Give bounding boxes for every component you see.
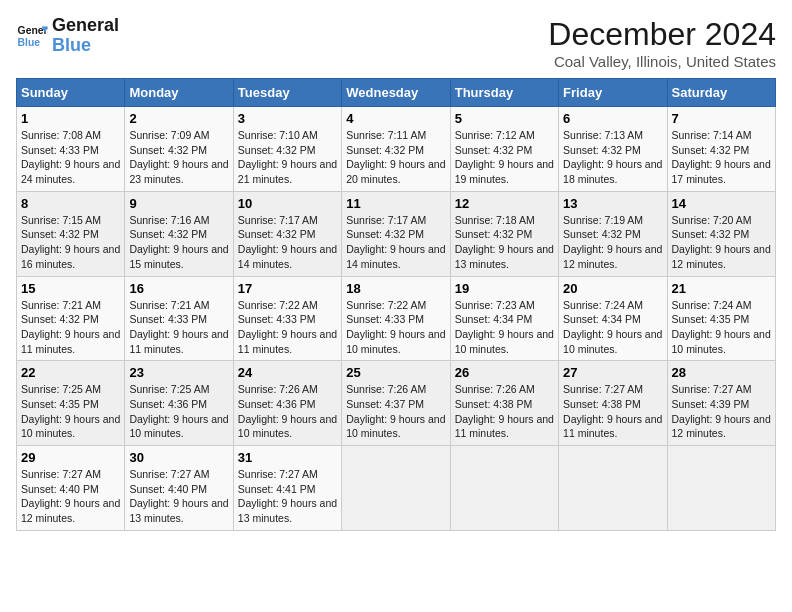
day-number: 6	[563, 111, 662, 126]
day-info: Sunrise: 7:25 AMSunset: 4:36 PMDaylight:…	[129, 382, 228, 441]
day-number: 19	[455, 281, 554, 296]
week-row-2: 8Sunrise: 7:15 AMSunset: 4:32 PMDaylight…	[17, 191, 776, 276]
day-cell: 1Sunrise: 7:08 AMSunset: 4:33 PMDaylight…	[17, 107, 125, 192]
day-info: Sunrise: 7:19 AMSunset: 4:32 PMDaylight:…	[563, 213, 662, 272]
day-number: 26	[455, 365, 554, 380]
day-info: Sunrise: 7:17 AMSunset: 4:32 PMDaylight:…	[238, 213, 337, 272]
logo: General Blue General Blue	[16, 16, 119, 56]
day-info: Sunrise: 7:25 AMSunset: 4:35 PMDaylight:…	[21, 382, 120, 441]
day-info: Sunrise: 7:24 AMSunset: 4:34 PMDaylight:…	[563, 298, 662, 357]
day-number: 10	[238, 196, 337, 211]
day-cell	[450, 446, 558, 531]
day-number: 15	[21, 281, 120, 296]
day-number: 12	[455, 196, 554, 211]
day-info: Sunrise: 7:08 AMSunset: 4:33 PMDaylight:…	[21, 128, 120, 187]
day-info: Sunrise: 7:16 AMSunset: 4:32 PMDaylight:…	[129, 213, 228, 272]
day-info: Sunrise: 7:14 AMSunset: 4:32 PMDaylight:…	[672, 128, 771, 187]
day-number: 13	[563, 196, 662, 211]
header-cell-thursday: Thursday	[450, 79, 558, 107]
day-info: Sunrise: 7:27 AMSunset: 4:40 PMDaylight:…	[21, 467, 120, 526]
day-number: 27	[563, 365, 662, 380]
calendar-subtitle: Coal Valley, Illinois, United States	[548, 53, 776, 70]
logo-text: General Blue	[52, 16, 119, 56]
day-cell: 16Sunrise: 7:21 AMSunset: 4:33 PMDayligh…	[125, 276, 233, 361]
header: General Blue General Blue December 2024 …	[16, 16, 776, 70]
header-cell-monday: Monday	[125, 79, 233, 107]
day-info: Sunrise: 7:24 AMSunset: 4:35 PMDaylight:…	[672, 298, 771, 357]
day-number: 7	[672, 111, 771, 126]
day-number: 22	[21, 365, 120, 380]
day-cell: 11Sunrise: 7:17 AMSunset: 4:32 PMDayligh…	[342, 191, 450, 276]
day-number: 4	[346, 111, 445, 126]
day-cell: 13Sunrise: 7:19 AMSunset: 4:32 PMDayligh…	[559, 191, 667, 276]
day-number: 14	[672, 196, 771, 211]
day-cell: 18Sunrise: 7:22 AMSunset: 4:33 PMDayligh…	[342, 276, 450, 361]
day-cell: 3Sunrise: 7:10 AMSunset: 4:32 PMDaylight…	[233, 107, 341, 192]
day-info: Sunrise: 7:21 AMSunset: 4:32 PMDaylight:…	[21, 298, 120, 357]
day-info: Sunrise: 7:12 AMSunset: 4:32 PMDaylight:…	[455, 128, 554, 187]
day-cell	[342, 446, 450, 531]
day-cell: 12Sunrise: 7:18 AMSunset: 4:32 PMDayligh…	[450, 191, 558, 276]
day-number: 25	[346, 365, 445, 380]
day-info: Sunrise: 7:27 AMSunset: 4:41 PMDaylight:…	[238, 467, 337, 526]
header-cell-tuesday: Tuesday	[233, 79, 341, 107]
day-info: Sunrise: 7:22 AMSunset: 4:33 PMDaylight:…	[346, 298, 445, 357]
day-info: Sunrise: 7:13 AMSunset: 4:32 PMDaylight:…	[563, 128, 662, 187]
day-cell: 9Sunrise: 7:16 AMSunset: 4:32 PMDaylight…	[125, 191, 233, 276]
day-info: Sunrise: 7:26 AMSunset: 4:36 PMDaylight:…	[238, 382, 337, 441]
day-info: Sunrise: 7:20 AMSunset: 4:32 PMDaylight:…	[672, 213, 771, 272]
day-number: 20	[563, 281, 662, 296]
day-number: 28	[672, 365, 771, 380]
day-cell: 23Sunrise: 7:25 AMSunset: 4:36 PMDayligh…	[125, 361, 233, 446]
week-row-3: 15Sunrise: 7:21 AMSunset: 4:32 PMDayligh…	[17, 276, 776, 361]
day-number: 21	[672, 281, 771, 296]
day-cell: 10Sunrise: 7:17 AMSunset: 4:32 PMDayligh…	[233, 191, 341, 276]
day-cell: 24Sunrise: 7:26 AMSunset: 4:36 PMDayligh…	[233, 361, 341, 446]
day-cell: 30Sunrise: 7:27 AMSunset: 4:40 PMDayligh…	[125, 446, 233, 531]
title-area: December 2024 Coal Valley, Illinois, Uni…	[548, 16, 776, 70]
day-number: 5	[455, 111, 554, 126]
header-cell-sunday: Sunday	[17, 79, 125, 107]
day-number: 30	[129, 450, 228, 465]
week-row-5: 29Sunrise: 7:27 AMSunset: 4:40 PMDayligh…	[17, 446, 776, 531]
day-info: Sunrise: 7:18 AMSunset: 4:32 PMDaylight:…	[455, 213, 554, 272]
day-cell: 31Sunrise: 7:27 AMSunset: 4:41 PMDayligh…	[233, 446, 341, 531]
day-info: Sunrise: 7:27 AMSunset: 4:38 PMDaylight:…	[563, 382, 662, 441]
day-cell	[559, 446, 667, 531]
day-cell: 6Sunrise: 7:13 AMSunset: 4:32 PMDaylight…	[559, 107, 667, 192]
day-cell: 26Sunrise: 7:26 AMSunset: 4:38 PMDayligh…	[450, 361, 558, 446]
svg-text:Blue: Blue	[18, 36, 41, 47]
header-cell-friday: Friday	[559, 79, 667, 107]
day-number: 29	[21, 450, 120, 465]
day-number: 16	[129, 281, 228, 296]
day-cell: 8Sunrise: 7:15 AMSunset: 4:32 PMDaylight…	[17, 191, 125, 276]
day-cell: 5Sunrise: 7:12 AMSunset: 4:32 PMDaylight…	[450, 107, 558, 192]
calendar-title: December 2024	[548, 16, 776, 53]
day-number: 8	[21, 196, 120, 211]
day-cell: 21Sunrise: 7:24 AMSunset: 4:35 PMDayligh…	[667, 276, 775, 361]
day-cell: 28Sunrise: 7:27 AMSunset: 4:39 PMDayligh…	[667, 361, 775, 446]
day-info: Sunrise: 7:11 AMSunset: 4:32 PMDaylight:…	[346, 128, 445, 187]
day-info: Sunrise: 7:26 AMSunset: 4:38 PMDaylight:…	[455, 382, 554, 441]
day-cell: 27Sunrise: 7:27 AMSunset: 4:38 PMDayligh…	[559, 361, 667, 446]
day-cell: 20Sunrise: 7:24 AMSunset: 4:34 PMDayligh…	[559, 276, 667, 361]
day-cell: 19Sunrise: 7:23 AMSunset: 4:34 PMDayligh…	[450, 276, 558, 361]
day-number: 24	[238, 365, 337, 380]
day-info: Sunrise: 7:22 AMSunset: 4:33 PMDaylight:…	[238, 298, 337, 357]
week-row-1: 1Sunrise: 7:08 AMSunset: 4:33 PMDaylight…	[17, 107, 776, 192]
day-cell: 25Sunrise: 7:26 AMSunset: 4:37 PMDayligh…	[342, 361, 450, 446]
day-number: 18	[346, 281, 445, 296]
day-info: Sunrise: 7:27 AMSunset: 4:40 PMDaylight:…	[129, 467, 228, 526]
calendar-table: SundayMondayTuesdayWednesdayThursdayFrid…	[16, 78, 776, 531]
day-cell	[667, 446, 775, 531]
day-info: Sunrise: 7:10 AMSunset: 4:32 PMDaylight:…	[238, 128, 337, 187]
day-number: 9	[129, 196, 228, 211]
header-row: SundayMondayTuesdayWednesdayThursdayFrid…	[17, 79, 776, 107]
day-number: 2	[129, 111, 228, 126]
day-info: Sunrise: 7:21 AMSunset: 4:33 PMDaylight:…	[129, 298, 228, 357]
header-cell-wednesday: Wednesday	[342, 79, 450, 107]
day-number: 1	[21, 111, 120, 126]
day-cell: 2Sunrise: 7:09 AMSunset: 4:32 PMDaylight…	[125, 107, 233, 192]
day-cell: 29Sunrise: 7:27 AMSunset: 4:40 PMDayligh…	[17, 446, 125, 531]
day-cell: 17Sunrise: 7:22 AMSunset: 4:33 PMDayligh…	[233, 276, 341, 361]
